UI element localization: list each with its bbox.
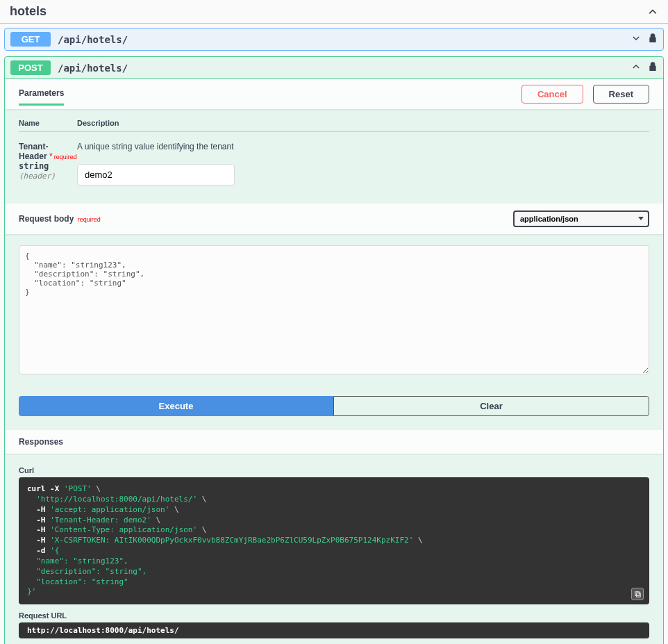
param-description: A unique string value identifying the te… bbox=[77, 142, 234, 151]
tenant-header-input[interactable] bbox=[77, 164, 235, 185]
op-post-hotels: POST /api/hotels/ Parameters Cancel Rese… bbox=[4, 56, 664, 644]
request-body-title: Request body bbox=[19, 214, 74, 224]
tab-parameters[interactable]: Parameters bbox=[19, 88, 64, 106]
request-body-header: Request body required application/json bbox=[5, 204, 663, 234]
responses-header: Responses bbox=[5, 430, 663, 454]
copy-icon[interactable] bbox=[631, 588, 644, 600]
param-type: string bbox=[19, 161, 49, 171]
request-url-label: Request URL bbox=[19, 611, 649, 620]
lock-icon[interactable] bbox=[648, 33, 658, 46]
col-name: Name bbox=[19, 119, 77, 127]
clear-button[interactable]: Clear bbox=[333, 396, 649, 416]
curl-box: curl -X 'POST' \ 'http://localhost:8000/… bbox=[19, 477, 649, 604]
required-label: required bbox=[76, 216, 101, 223]
param-in: (header) bbox=[19, 172, 56, 181]
request-body-textarea[interactable] bbox=[19, 245, 649, 374]
method-badge-post: POST bbox=[10, 60, 51, 75]
param-row-tenant-header: Tenant-Header *required string (header) … bbox=[19, 132, 649, 185]
param-name: Tenant-Header bbox=[19, 142, 48, 161]
request-url-box: http://localhost:8000/api/hotels/ bbox=[19, 622, 649, 638]
chevron-up-icon bbox=[631, 62, 641, 74]
chevron-down-icon bbox=[631, 33, 641, 45]
curl-label: Curl bbox=[19, 466, 649, 474]
op-summary[interactable]: GET /api/hotels/ bbox=[5, 28, 663, 50]
col-description: Description bbox=[77, 119, 649, 127]
reset-button[interactable]: Reset bbox=[593, 85, 649, 104]
content-type-select[interactable]: application/json bbox=[513, 210, 649, 227]
tag-header[interactable]: hotels bbox=[0, 0, 668, 24]
op-path: /api/hotels/ bbox=[58, 63, 624, 74]
execute-button[interactable]: Execute bbox=[19, 396, 333, 416]
params-table-header: Name Description bbox=[19, 112, 649, 132]
chevron-up-icon bbox=[647, 6, 658, 17]
tag-name: hotels bbox=[10, 4, 47, 19]
required-star: * bbox=[47, 151, 53, 161]
lock-icon[interactable] bbox=[648, 61, 658, 74]
required-label: required bbox=[53, 154, 77, 160]
svg-rect-0 bbox=[636, 593, 640, 597]
cancel-button[interactable]: Cancel bbox=[521, 85, 583, 104]
op-summary[interactable]: POST /api/hotels/ bbox=[5, 57, 663, 79]
svg-rect-1 bbox=[635, 592, 639, 596]
parameters-header: Parameters Cancel Reset bbox=[5, 79, 663, 109]
op-path: /api/hotels/ bbox=[58, 34, 624, 45]
op-get-hotels: GET /api/hotels/ bbox=[4, 28, 664, 51]
method-badge-get: GET bbox=[10, 32, 51, 47]
